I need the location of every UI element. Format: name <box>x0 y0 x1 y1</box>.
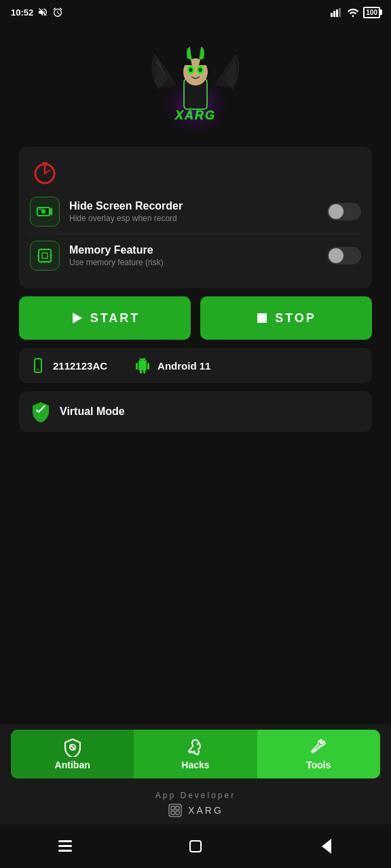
play-icon <box>70 311 83 325</box>
menu-icon <box>56 840 75 852</box>
main-content: XARG XARG REC <box>0 24 391 724</box>
dev-name-row: XARG <box>168 803 223 818</box>
toggle-memory-knob <box>329 248 343 263</box>
svg-marker-31 <box>73 313 82 323</box>
toggle-recorder[interactable] <box>327 203 361 220</box>
stop-label: STOP <box>275 311 316 326</box>
dev-logo-icon <box>168 803 183 818</box>
stop-icon <box>256 312 268 324</box>
memory-icon-wrap <box>30 241 60 271</box>
svg-rect-40 <box>171 806 174 810</box>
home-icon <box>187 837 204 855</box>
svg-point-10 <box>199 68 202 72</box>
device-id: 2112123AC <box>53 360 107 372</box>
svg-rect-42 <box>171 811 174 814</box>
device-info-card: 2112123AC Android 11 <box>19 348 372 383</box>
svg-rect-22 <box>42 253 48 258</box>
recorder-icon-wrap: REC <box>30 197 60 226</box>
rec-icon: REC <box>36 203 54 220</box>
svg-rect-46 <box>58 850 72 852</box>
start-button[interactable]: START <box>19 296 191 340</box>
android-version-item: Android 11 <box>134 357 210 374</box>
virtual-mode-label: Virtual Mode <box>60 406 125 418</box>
svg-rect-44 <box>58 840 72 842</box>
svg-rect-41 <box>176 806 179 810</box>
svg-rect-32 <box>257 313 267 323</box>
svg-rect-45 <box>58 845 72 847</box>
nav-home-button[interactable] <box>182 833 209 860</box>
svg-rect-21 <box>39 250 51 262</box>
svg-rect-0 <box>331 13 333 17</box>
start-label: START <box>90 311 141 326</box>
tools-icon <box>309 738 328 757</box>
svg-rect-43 <box>176 811 179 814</box>
dev-label: App Developer <box>155 791 236 800</box>
tab-antiban-label: Antiban <box>55 760 90 770</box>
tab-hacks-label: Hacks <box>181 760 209 770</box>
svg-text:REC: REC <box>39 207 46 211</box>
svg-text:XARG: XARG <box>174 108 216 122</box>
hacks-icon <box>186 738 205 757</box>
wifi-icon <box>347 7 359 17</box>
system-nav <box>0 825 391 868</box>
android-icon <box>134 357 151 374</box>
svg-rect-1 <box>333 11 335 17</box>
toggle-recorder-knob <box>329 204 343 219</box>
phone-icon <box>30 357 46 374</box>
timer-row <box>30 157 361 190</box>
tab-tools[interactable]: Tools <box>257 730 380 778</box>
virtual-mode-card: Virtual Mode <box>19 391 372 432</box>
logo-container: XARG XARG <box>141 31 250 140</box>
memory-icon <box>36 247 54 264</box>
svg-rect-3 <box>339 8 341 17</box>
android-version: Android 11 <box>157 360 210 372</box>
svg-point-9 <box>189 68 193 72</box>
status-bar: 10:52 100 <box>0 0 391 24</box>
tab-antiban[interactable]: Antiban <box>11 730 134 778</box>
status-left: 10:52 <box>11 7 63 18</box>
time: 10:52 <box>11 7 33 18</box>
timer-icon <box>33 160 57 184</box>
feature2-text: Memory Feature Use memory feature (risk) <box>69 244 327 267</box>
mute-icon <box>37 7 48 18</box>
feature2-title: Memory Feature <box>69 244 327 256</box>
svg-rect-2 <box>336 9 338 17</box>
feature1-title: Hide Screen Recorder <box>69 200 327 212</box>
action-buttons: START STOP <box>19 296 372 340</box>
nav-back-button[interactable] <box>312 833 339 860</box>
nav-menu-button[interactable] <box>52 833 79 860</box>
alarm-icon <box>52 7 63 18</box>
battery-level: 100 <box>366 9 377 16</box>
settings-card: REC Hide Screen Recorder Hide overlay es… <box>19 146 372 288</box>
feature-memory: Memory Feature Use memory feature (risk) <box>30 234 361 277</box>
antiban-icon <box>63 738 82 757</box>
svg-point-34 <box>37 369 39 370</box>
svg-point-37 <box>196 743 198 745</box>
feature2-subtitle: Use memory feature (risk) <box>69 258 327 267</box>
tab-tools-label: Tools <box>306 760 331 770</box>
developer-footer: App Developer XARG <box>0 784 391 825</box>
signal-icon <box>331 7 343 17</box>
back-icon <box>319 837 333 855</box>
status-right: 100 <box>331 7 380 18</box>
stop-button[interactable]: STOP <box>200 296 372 340</box>
tab-bar: Antiban Hacks Tools <box>11 730 380 778</box>
toggle-memory[interactable] <box>327 247 361 264</box>
shield-check-icon <box>30 401 52 422</box>
battery-icon: 100 <box>363 7 380 18</box>
dev-name: XARG <box>188 805 223 816</box>
tab-hacks[interactable]: Hacks <box>134 730 257 778</box>
svg-rect-47 <box>190 841 201 852</box>
app-logo: XARG XARG <box>145 35 246 136</box>
svg-marker-48 <box>322 839 331 854</box>
device-id-item: 2112123AC <box>30 357 107 374</box>
feature-hide-recorder: REC Hide Screen Recorder Hide overlay es… <box>30 190 361 234</box>
bottom-nav: Antiban Hacks Tools App Developer <box>0 724 391 868</box>
feature1-text: Hide Screen Recorder Hide overlay esp wh… <box>69 200 327 223</box>
feature1-subtitle: Hide overlay esp when record <box>69 214 327 223</box>
